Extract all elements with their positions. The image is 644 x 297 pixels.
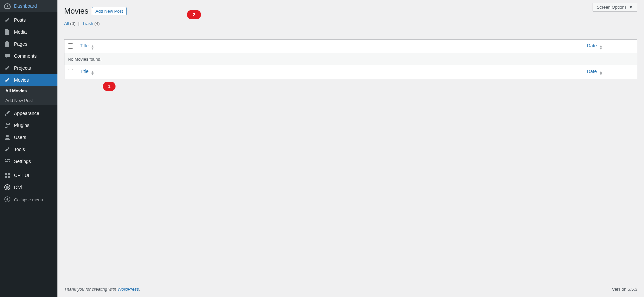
wordpress-link[interactable]: WordPress	[118, 287, 139, 292]
sidebar-item-label: Settings	[14, 159, 31, 164]
sidebar-item-label: Comments	[14, 53, 37, 59]
pages-icon	[4, 41, 11, 47]
sidebar-item-projects[interactable]: Projects	[0, 62, 57, 74]
filter-links: All (0) | Trash (4)	[64, 21, 637, 26]
plug-icon	[4, 122, 11, 129]
user-icon	[4, 134, 11, 141]
empty-message: No Movies found.	[64, 53, 637, 65]
annotation-marker-2: 2	[187, 10, 201, 19]
sliders-icon	[4, 158, 11, 165]
pin-icon	[4, 17, 11, 23]
annotation-marker-1: 1	[103, 82, 116, 91]
sort-icon: ▲▼	[599, 45, 603, 50]
sidebar-item-comments[interactable]: Comments	[0, 50, 57, 62]
sort-icon: ▲▼	[599, 71, 603, 75]
pin-icon	[4, 65, 11, 71]
filter-trash-link[interactable]: Trash	[82, 21, 93, 26]
sidebar-item-label: Plugins	[14, 123, 29, 128]
sidebar-item-label: Movies	[14, 77, 29, 83]
collapse-menu-label: Collapse menu	[14, 197, 43, 202]
wp-version: Version 6.5.3	[612, 287, 637, 292]
page-title: Movies	[64, 7, 88, 16]
sidebar-item-label: Appearance	[14, 111, 39, 116]
sidebar-item-divi[interactable]: Divi	[0, 181, 57, 193]
submenu-item-all-movies[interactable]: All Movies	[0, 86, 57, 96]
screen-options-label: Screen Options	[597, 5, 627, 10]
sidebar-item-dashboard[interactable]: Dashboard	[0, 0, 57, 12]
sidebar-item-label: Users	[14, 135, 26, 140]
cpt-icon	[4, 172, 11, 179]
sidebar-item-label: CPT UI	[14, 173, 29, 178]
main-content: Screen Options ▼ 1 2 Movies Add New Post…	[57, 0, 644, 297]
comments-icon	[4, 53, 11, 59]
select-all-checkbox-bottom[interactable]	[68, 69, 73, 74]
pin-icon	[4, 77, 11, 83]
sidebar-item-media[interactable]: Media	[0, 26, 57, 38]
sidebar-item-settings[interactable]: Settings	[0, 155, 57, 167]
sidebar-item-label: Tools	[14, 147, 25, 152]
collapse-menu-button[interactable]: Collapse menu	[0, 193, 57, 206]
sort-icon: ▲▼	[91, 45, 94, 50]
filter-all-count: (0)	[70, 21, 75, 26]
sidebar-item-label: Projects	[14, 65, 31, 71]
wrench-icon	[4, 146, 11, 153]
admin-sidebar: Dashboard Posts Media Pages Comments Pro…	[0, 0, 57, 297]
table-row-empty: No Movies found.	[64, 53, 637, 65]
sidebar-item-label: Divi	[14, 185, 22, 190]
filter-trash-count: (4)	[94, 21, 100, 26]
sort-icon: ▲▼	[91, 71, 94, 75]
screen-options-button[interactable]: Screen Options ▼	[593, 3, 637, 12]
sidebar-submenu: All Movies Add New Post	[0, 86, 57, 105]
admin-footer: Thank you for creating with WordPress. V…	[57, 281, 644, 297]
brush-icon	[4, 110, 11, 117]
column-title-header[interactable]: Title ▲▼	[80, 43, 94, 48]
posts-table: Title ▲▼ Date ▲▼ No Movies found.	[64, 39, 637, 79]
select-all-checkbox-top[interactable]	[68, 43, 73, 49]
page-header: Movies Add New Post	[64, 7, 637, 16]
sidebar-item-label: Media	[14, 29, 27, 35]
sidebar-item-label: Posts	[14, 17, 26, 23]
sidebar-item-pages[interactable]: Pages	[0, 38, 57, 50]
column-title-footer[interactable]: Title ▲▼	[80, 69, 94, 74]
footer-thank-you: Thank you for creating with	[64, 287, 118, 292]
filter-all-link[interactable]: All	[64, 21, 69, 26]
sidebar-item-movies[interactable]: Movies	[0, 74, 57, 86]
sidebar-item-users[interactable]: Users	[0, 131, 57, 143]
sidebar-item-posts[interactable]: Posts	[0, 14, 57, 26]
sidebar-item-plugins[interactable]: Plugins	[0, 119, 57, 131]
collapse-icon	[4, 196, 11, 204]
media-icon	[4, 29, 11, 35]
chevron-down-icon: ▼	[629, 5, 633, 10]
sidebar-item-label: Dashboard	[14, 3, 37, 9]
sidebar-item-appearance[interactable]: Appearance	[0, 107, 57, 119]
sidebar-item-label: Pages	[14, 41, 27, 47]
column-date-footer[interactable]: Date ▲▼	[587, 69, 603, 74]
divi-icon	[4, 184, 11, 191]
dashboard-icon	[4, 3, 11, 9]
add-new-post-button[interactable]: Add New Post	[92, 7, 127, 15]
column-date-header[interactable]: Date ▲▼	[587, 43, 603, 48]
sidebar-item-tools[interactable]: Tools	[0, 143, 57, 155]
submenu-item-add-new[interactable]: Add New Post	[0, 96, 57, 105]
sidebar-item-cpt-ui[interactable]: CPT UI	[0, 169, 57, 181]
